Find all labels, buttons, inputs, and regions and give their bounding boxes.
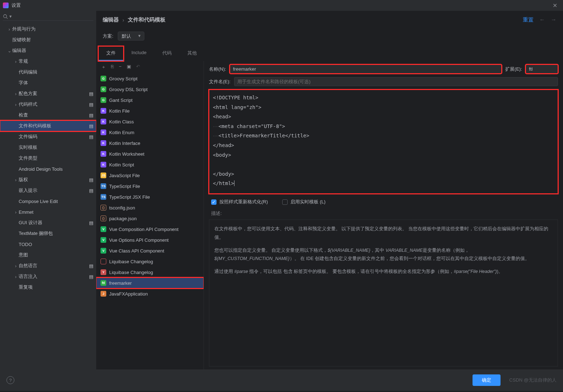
tree-item[interactable]: 代码编辑 [0, 67, 96, 77]
description-label: 描述: [204, 210, 563, 217]
tab-代码[interactable]: 代码 [154, 46, 180, 61]
window-title: 设置 [11, 2, 21, 9]
gear-icon: ▤ [89, 123, 93, 129]
tree-item[interactable]: 文件编码▤ [0, 131, 96, 142]
gear-icon: ▤ [89, 177, 93, 183]
close-icon[interactable]: ✕ [550, 1, 560, 10]
template-item[interactable]: JSJavaScript File [96, 170, 204, 181]
crumb-editor[interactable]: 编辑器 [103, 16, 119, 23]
template-item[interactable]: KKotlin Enum [96, 127, 204, 138]
gear-icon: ▤ [89, 134, 93, 140]
gear-icon: ▤ [89, 263, 93, 269]
tree-item[interactable]: ›配色方案▤ [0, 88, 96, 99]
tree-item[interactable]: 字体 [0, 77, 96, 88]
watermark: CSDN @无法自律的人 [509, 377, 557, 383]
gear-icon: ▤ [89, 188, 93, 193]
tree-item[interactable]: ›版权▤ [0, 174, 96, 185]
nav-back-icon[interactable]: ← [539, 16, 545, 23]
settings-sidebar: ▾ ›外观与行为按键映射⌄编辑器›常规代码编辑字体›配色方案▤›代码样式▤检查▤… [0, 11, 96, 369]
template-editor-pane: 名称(N): 扩展(E): 文件名(E): <!DOCTYPE html> <h… [204, 61, 563, 369]
template-item[interactable]: VVue Composition API Component [96, 224, 204, 235]
template-item[interactable]: YLiquibase Changelog [96, 267, 204, 278]
template-tabs: 文件Include代码其他 [96, 46, 563, 61]
undo-icon[interactable]: ↶ [136, 64, 140, 70]
tree-item[interactable]: 文件和代码模板▤ [0, 121, 96, 131]
svg-point-0 [4, 14, 7, 18]
template-item[interactable]: TSTypeScript JSX File [96, 192, 204, 202]
ext-input[interactable] [526, 65, 558, 74]
dialog-footer: ? 确定 CSDN @无法自律的人 [0, 369, 563, 391]
copy-icon[interactable]: ⎘ [111, 64, 114, 70]
search-icon [3, 14, 8, 19]
breadcrumb: 编辑器 › 文件和代码模板 重置 ← → [96, 11, 563, 29]
tree-item[interactable]: Android Design Tools [0, 164, 96, 174]
template-item[interactable]: {}tsconfig.json [96, 202, 204, 213]
tree-item[interactable]: TODO [0, 239, 96, 250]
tree-item[interactable]: ⌄编辑器 [0, 45, 96, 56]
tree-item[interactable]: 文件类型 [0, 153, 96, 164]
template-item[interactable]: VVue Options API Component [96, 235, 204, 245]
gear-icon: ▤ [89, 113, 93, 118]
tree-item[interactable]: ›常规 [0, 56, 96, 67]
template-item[interactable]: VVue Class API Component [96, 245, 204, 256]
tree-item[interactable]: 实时模板 [0, 142, 96, 153]
tab-其他[interactable]: 其他 [180, 46, 205, 61]
template-item[interactable]: GGroovy DSL Script [96, 84, 204, 95]
tree-item[interactable]: 意图 [0, 250, 96, 260]
tree-item[interactable]: ›语言注入▤ [0, 271, 96, 282]
template-item[interactable]: JJavaFXApplication [96, 288, 204, 299]
template-code-editor[interactable]: <!DOCTYPE html> <html lang="zh"> <head> … [209, 90, 558, 194]
template-item[interactable]: ftlfreemarker [96, 278, 204, 288]
tree-item[interactable]: 嵌入提示▤ [0, 185, 96, 196]
help-icon[interactable]: ? [6, 376, 14, 384]
template-item[interactable]: KKotlin File [96, 105, 204, 116]
template-item[interactable]: Liquibase Changelog [96, 256, 204, 267]
template-items: GGroovy ScriptGGroovy DSL ScriptGGant Sc… [96, 73, 204, 369]
remove-icon[interactable]: − [119, 64, 122, 70]
scheme-label: 方案: [103, 33, 113, 39]
name-label: 名称(N): [209, 66, 226, 72]
template-item[interactable]: KKotlin Script [96, 159, 204, 170]
template-item[interactable]: {}package.json [96, 213, 204, 224]
settings-tree: ›外观与行为按键映射⌄编辑器›常规代码编辑字体›配色方案▤›代码样式▤检查▤文件… [0, 24, 96, 369]
description-text: 在文件模板中，您可以使用文本、代码、注释和预定义变量。 以下提供了预定义变量的列… [209, 219, 558, 367]
tree-item[interactable]: 检查▤ [0, 110, 96, 121]
tree-item[interactable]: 按键映射 [0, 34, 96, 45]
template-item[interactable]: TSTypeScript File [96, 181, 204, 192]
reset-link[interactable]: 重置 [523, 16, 534, 23]
nav-forward-icon[interactable]: → [551, 16, 557, 23]
tree-item[interactable]: ›外观与行为 [0, 24, 96, 34]
gear-icon: ▤ [89, 220, 93, 226]
crumb-templates: 文件和代码模板 [128, 16, 166, 23]
template-list-pane: ＋ ⎘ − ▣ ↶ GGroovy ScriptGGroovy DSL Scri… [96, 61, 204, 369]
template-item[interactable]: GGant Script [96, 95, 204, 105]
template-item[interactable]: KKotlin Interface [96, 138, 204, 148]
settings-content: 编辑器 › 文件和代码模板 重置 ← → 方案: 默认 文件Include代码其… [96, 11, 563, 369]
template-item[interactable]: KKotlin Worksheet [96, 148, 204, 159]
tree-item[interactable]: ›自然语言▤ [0, 260, 96, 271]
titlebar: 设置 ✕ [0, 0, 563, 11]
gear-icon: ▤ [89, 91, 93, 96]
duplicate-icon[interactable]: ▣ [127, 64, 131, 70]
gear-icon: ▤ [89, 274, 93, 279]
ok-button[interactable]: 确定 [473, 374, 501, 386]
name-input[interactable] [230, 65, 502, 74]
tree-item[interactable]: GUI 设计器▤ [0, 217, 96, 228]
tab-文件[interactable]: 文件 [98, 46, 124, 61]
template-item[interactable]: GGroovy Script [96, 73, 204, 84]
tree-item[interactable]: ›代码样式▤ [0, 99, 96, 110]
live-template-checkbox[interactable]: 启用实时模板 (L) [282, 199, 326, 205]
template-item[interactable]: KKotlin Class [96, 116, 204, 127]
tab-Include[interactable]: Include [124, 46, 154, 61]
tree-item[interactable]: TextMate 捆绑包 [0, 228, 96, 239]
tree-item[interactable]: Compose Live Edit [0, 196, 96, 207]
search-box[interactable]: ▾ [3, 14, 93, 21]
filename-input[interactable] [234, 77, 558, 86]
scheme-select[interactable]: 默认 [118, 32, 144, 41]
tree-item[interactable]: 重复项 [0, 282, 96, 293]
template-toolbar: ＋ ⎘ − ▣ ↶ [96, 61, 204, 73]
tree-item[interactable]: ›Emmet [0, 207, 96, 217]
svg-line-1 [6, 17, 8, 19]
reformat-checkbox[interactable]: ✓按照样式重新格式化(R) [211, 199, 268, 205]
add-icon[interactable]: ＋ [101, 64, 106, 70]
